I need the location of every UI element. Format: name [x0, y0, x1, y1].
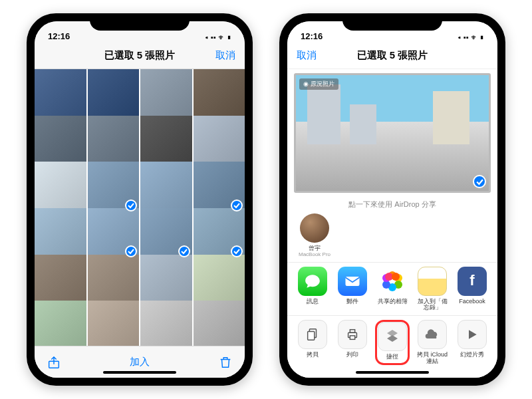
cancel-button[interactable]: 取消	[209, 49, 235, 62]
action-icloud-link[interactable]: 拷貝 iCloud 連結	[415, 320, 450, 365]
home-indicator[interactable]	[356, 371, 429, 374]
photo-thumb[interactable]	[35, 69, 86, 121]
nav-bar: 已選取 5 張照片 取消	[35, 43, 245, 69]
selected-check-icon	[125, 200, 137, 211]
share-icon[interactable]	[47, 355, 61, 370]
app-label: 加入到「備忘錄」	[418, 298, 448, 311]
svg-rect-1	[346, 277, 360, 286]
photo-thumb[interactable]	[88, 69, 140, 121]
photo-grid[interactable]	[35, 69, 245, 346]
share-sheet: ◉ 原況照片 點一下來使用 AirDrop 分享 曾宇 MacBook Pro …	[287, 69, 497, 378]
photo-thumb[interactable]	[88, 255, 140, 307]
photo-thumb[interactable]	[88, 208, 140, 260]
selected-check-icon	[473, 175, 486, 188]
print-icon	[338, 320, 367, 349]
photo-thumb[interactable]	[35, 255, 86, 307]
share-app-shared-album[interactable]: 共享的相簿	[375, 267, 410, 312]
share-apps-row[interactable]: 訊息 郵件	[287, 262, 497, 316]
status-time: 12:16	[301, 31, 323, 41]
action-print[interactable]: 列印	[335, 320, 370, 365]
add-button[interactable]: 加入	[130, 356, 150, 368]
selected-check-icon	[231, 200, 243, 211]
share-nav-bar: 取消 已選取 5 張照片	[287, 43, 497, 69]
photo-thumb[interactable]	[194, 69, 245, 121]
action-label: 拷貝 iCloud 連結	[417, 351, 448, 364]
icloud-link-icon	[418, 320, 447, 349]
status-indicators: ◂ ▪▪ ᯤ ▮	[458, 33, 484, 41]
action-copy[interactable]: 拷貝	[295, 320, 330, 365]
slideshow-icon	[458, 320, 487, 349]
airdrop-caption: 點一下來使用 AirDrop 分享	[287, 196, 497, 212]
photo-thumb[interactable]	[140, 69, 192, 121]
photo-thumb[interactable]	[35, 116, 86, 168]
photo-thumb[interactable]	[88, 162, 140, 213]
screen-left: 12:16 ◂ ▪▪ ᯤ ▮ 已選取 5 張照片 取消	[35, 21, 245, 378]
notch	[90, 13, 190, 31]
photo-thumb[interactable]	[35, 208, 86, 260]
photos-icon	[378, 267, 407, 296]
action-shortcuts[interactable]: 捷徑	[375, 320, 410, 365]
share-actions-row[interactable]: 拷貝 列印 捷徑 拷貝 iCloud 連結 幻燈片秀	[287, 315, 497, 369]
live-photo-badge: ◉ 原況照片	[299, 78, 338, 90]
notes-icon	[418, 267, 447, 296]
copy-icon	[298, 320, 327, 349]
photo-thumb[interactable]	[194, 255, 245, 307]
app-label: 共享的相簿	[378, 298, 408, 305]
nav-title: 已選取 5 張照片	[323, 49, 462, 62]
photo-thumb[interactable]	[35, 162, 86, 213]
photo-thumb[interactable]	[194, 162, 245, 213]
app-label: Facebook	[459, 298, 485, 305]
airdrop-name: 曾宇	[297, 245, 332, 251]
share-app-messages[interactable]: 訊息	[295, 267, 330, 312]
action-label: 拷貝	[307, 351, 319, 358]
photo-thumb[interactable]	[194, 301, 245, 346]
action-label: 幻燈片秀	[460, 351, 484, 358]
home-indicator[interactable]	[103, 371, 176, 374]
messages-icon	[298, 267, 327, 296]
nav-title: 已選取 5 張照片	[70, 49, 209, 62]
photo-thumb[interactable]	[194, 116, 245, 168]
mail-icon	[338, 267, 367, 296]
photo-thumb[interactable]	[140, 116, 192, 168]
photo-thumb[interactable]	[194, 208, 245, 260]
status-indicators: ◂ ▪▪ ᯤ ▮	[205, 33, 231, 41]
share-app-mail[interactable]: 郵件	[335, 267, 370, 312]
photo-thumb[interactable]	[140, 162, 192, 213]
photo-thumb[interactable]	[35, 301, 86, 346]
svg-rect-6	[350, 336, 354, 340]
action-slideshow[interactable]: 幻燈片秀	[455, 320, 489, 365]
app-label: 訊息	[307, 298, 319, 305]
photo-thumb[interactable]	[140, 301, 192, 346]
photo-thumb[interactable]	[88, 301, 140, 346]
app-label: 郵件	[346, 298, 358, 305]
cancel-button[interactable]: 取消	[297, 49, 323, 62]
screen-right: 12:16 ◂ ▪▪ ᯤ ▮ 取消 已選取 5 張照片 ◉ 原況照片 點一下來使…	[287, 21, 497, 378]
preview-area[interactable]: ◉ 原況照片	[287, 69, 497, 196]
photo-preview[interactable]	[294, 73, 491, 193]
share-app-facebook[interactable]: f Facebook	[455, 267, 489, 312]
airdrop-row: 曾宇 MacBook Pro	[287, 212, 497, 262]
phone-right: 12:16 ◂ ▪▪ ᯤ ▮ 取消 已選取 5 張照片 ◉ 原況照片 點一下來使…	[279, 13, 505, 386]
facebook-icon: f	[458, 267, 487, 296]
action-label: 列印	[346, 351, 358, 358]
photo-thumb[interactable]	[140, 208, 192, 260]
airdrop-device: MacBook Pro	[297, 251, 332, 257]
airdrop-avatar-icon	[300, 213, 329, 243]
svg-rect-3	[308, 332, 315, 340]
photo-thumb[interactable]	[140, 255, 192, 307]
notch	[342, 13, 442, 31]
selected-check-icon	[178, 245, 190, 257]
svg-rect-5	[350, 330, 354, 333]
status-time: 12:16	[48, 31, 70, 41]
shortcuts-icon	[378, 322, 407, 351]
photo-thumb[interactable]	[88, 116, 140, 168]
phone-left: 12:16 ◂ ▪▪ ᯤ ▮ 已選取 5 張照片 取消	[27, 13, 253, 386]
airdrop-target[interactable]: 曾宇 MacBook Pro	[297, 213, 332, 258]
action-label: 捷徑	[386, 353, 398, 360]
share-app-notes[interactable]: 加入到「備忘錄」	[415, 267, 450, 312]
trash-icon[interactable]	[218, 355, 233, 370]
